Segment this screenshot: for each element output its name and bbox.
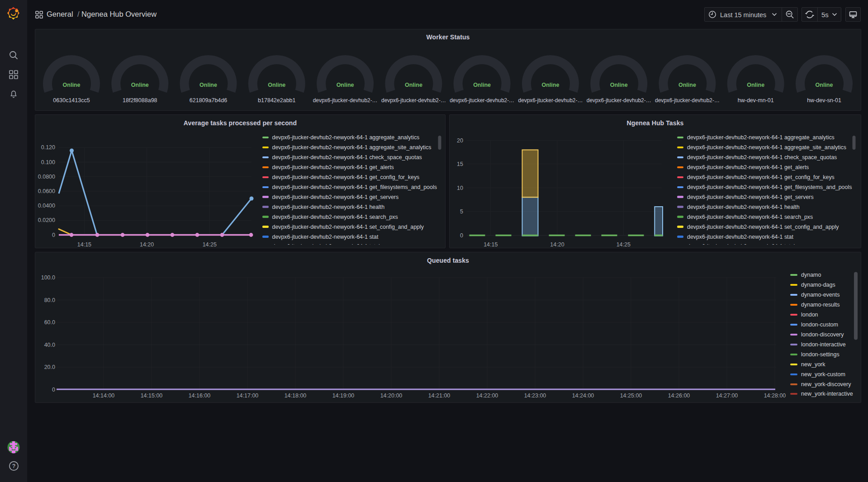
svg-text:14:24:00: 14:24:00 <box>572 392 594 399</box>
svg-text:Online: Online <box>337 82 354 88</box>
svg-text:14:14:00: 14:14:00 <box>93 392 115 399</box>
svg-text:Online: Online <box>473 82 491 88</box>
svg-text:14:23:00: 14:23:00 <box>524 392 546 399</box>
svg-text:Online: Online <box>405 82 422 88</box>
svg-text:devpx6-jtucker-devhub2-…: devpx6-jtucker-devhub2-… <box>518 97 583 104</box>
svg-text:14:27:00: 14:27:00 <box>716 392 738 399</box>
svg-text:20.0: 20.0 <box>44 364 55 370</box>
svg-text:devpx6-jtucker-devhub2-…: devpx6-jtucker-devhub2-… <box>313 97 378 104</box>
svg-text:Online: Online <box>747 82 764 88</box>
svg-text:Online: Online <box>610 82 628 88</box>
svg-text:Online: Online <box>268 82 285 88</box>
svg-text:100.0: 100.0 <box>41 274 55 281</box>
svg-text:hw-dev-mn-01: hw-dev-mn-01 <box>738 97 774 104</box>
svg-text:14:21:00: 14:21:00 <box>428 392 451 399</box>
svg-text:Online: Online <box>131 82 149 88</box>
svg-text:14:15:00: 14:15:00 <box>141 392 163 399</box>
svg-text:14:16:00: 14:16:00 <box>189 392 211 399</box>
svg-text:14:25:00: 14:25:00 <box>620 392 642 399</box>
svg-text:18f2f8088a98: 18f2f8088a98 <box>123 97 157 104</box>
svg-text:60.0: 60.0 <box>44 319 55 326</box>
svg-text:621809a7b4d6: 621809a7b4d6 <box>190 97 227 104</box>
svg-text:14:22:00: 14:22:00 <box>476 392 498 399</box>
svg-text:Online: Online <box>678 82 696 88</box>
svg-text:Online: Online <box>541 82 559 88</box>
svg-text:14:20:00: 14:20:00 <box>380 392 403 399</box>
svg-text:14:26:00: 14:26:00 <box>668 392 690 399</box>
svg-text:Online: Online <box>63 82 81 88</box>
svg-text:b17842e2abb1: b17842e2abb1 <box>258 97 295 104</box>
svg-text:0: 0 <box>52 387 55 393</box>
svg-text:40.0: 40.0 <box>44 342 55 348</box>
svg-text:14:28:00: 14:28:00 <box>764 392 786 399</box>
svg-text:14:19:00: 14:19:00 <box>332 392 355 399</box>
svg-text:80.0: 80.0 <box>44 297 55 303</box>
svg-text:Online: Online <box>816 82 833 88</box>
svg-text:14:18:00: 14:18:00 <box>285 392 307 399</box>
svg-text:Online: Online <box>199 82 217 88</box>
svg-text:devpx6-jtucker-devhub2-…: devpx6-jtucker-devhub2-… <box>381 97 446 104</box>
svg-text:devpx6-jtucker-devhub2-…: devpx6-jtucker-devhub2-… <box>655 97 720 104</box>
svg-text:devpx6-jtucker-devhub2-…: devpx6-jtucker-devhub2-… <box>587 97 651 104</box>
svg-text:?: ? <box>12 463 16 469</box>
svg-text:devpx6-jtucker-devhub2-…: devpx6-jtucker-devhub2-… <box>450 97 514 104</box>
svg-text:hw-dev-sn-01: hw-dev-sn-01 <box>807 97 841 104</box>
svg-text:14:17:00: 14:17:00 <box>237 392 259 399</box>
svg-text:0630c1413cc5: 0630c1413cc5 <box>53 97 90 104</box>
